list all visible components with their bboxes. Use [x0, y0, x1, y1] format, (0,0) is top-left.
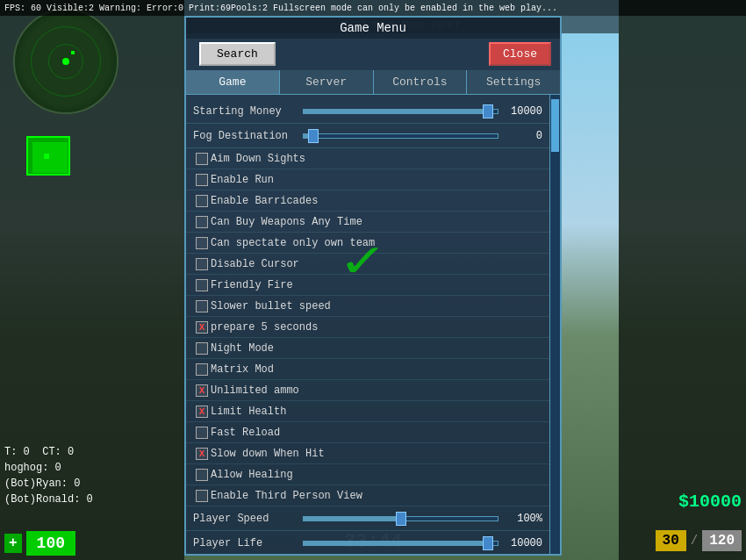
checkbox-5[interactable] [196, 216, 208, 228]
checkbox-12[interactable] [196, 363, 208, 376]
tab-settings[interactable]: Settings [467, 70, 560, 94]
checkbox-cell-6 [193, 237, 211, 249]
checkbox-cell-16: X [193, 448, 211, 460]
setting-row-3: Enable Run [186, 169, 549, 190]
slider-label-0: Starting Money [193, 105, 298, 118]
setting-label-18: Enable Third Person View [211, 490, 542, 502]
setting-label-17: Allow Healing [211, 469, 542, 481]
setting-row-16: XSlow down When Hit [186, 443, 549, 464]
setting-label-4: Enable Barricades [211, 195, 542, 207]
slider-thumb-0[interactable] [483, 104, 493, 118]
checkbox-18[interactable] [196, 490, 208, 502]
slider-thumb-19[interactable] [396, 512, 406, 526]
checkbox-3[interactable] [196, 174, 208, 186]
setting-row-4: Enable Barricades [186, 190, 549, 212]
slider-value-0: 10000 [503, 105, 542, 118]
radar-enemy-dot [71, 51, 75, 54]
setting-row-18: Enable Third Person View [186, 485, 549, 506]
setting-label-10: prepare 5 seconds [211, 321, 542, 334]
checkbox-7[interactable] [196, 258, 208, 270]
tab-controls[interactable]: Controls [374, 70, 468, 94]
checkbox-cell-17 [193, 469, 211, 481]
slider-label-19: Player Speed [193, 513, 298, 525]
setting-row-2: Aim Down Sights [186, 148, 549, 169]
checkbox-14[interactable]: X [196, 406, 208, 418]
green-box-icon [26, 136, 70, 176]
slider-track-1[interactable] [303, 133, 499, 139]
checkbox-cell-2 [193, 153, 211, 165]
slider-track-0[interactable] [303, 109, 499, 114]
ammo-current: 30 [656, 530, 686, 551]
checkbox-6[interactable] [196, 237, 208, 249]
settings-area: Starting Money10000Fog Destination0Aim D… [186, 95, 549, 554]
tab-game[interactable]: Game [186, 70, 280, 94]
setting-label-13: Unlimited ammo [211, 384, 542, 397]
search-button[interactable]: Search [199, 42, 276, 66]
checkbox-cell-13: X [193, 384, 211, 397]
slider-track-19[interactable] [303, 516, 499, 521]
checkbox-cell-8 [193, 279, 211, 291]
slider-row-20: Player Life10000 [186, 531, 549, 554]
close-button[interactable]: Close [489, 42, 551, 66]
ammo-separator: / [691, 534, 698, 548]
setting-label-15: Fast Reload [211, 427, 542, 439]
slider-row-0: Starting Money10000 [186, 99, 549, 124]
checkbox-cell-11 [193, 342, 211, 355]
setting-row-9: Slower bullet speed [186, 296, 549, 317]
right-panel: $10000 30 / 120 [619, 0, 746, 560]
slider-thumb-1[interactable] [308, 129, 319, 143]
checkbox-13[interactable]: X [196, 384, 208, 397]
checkbox-cell-15 [193, 427, 211, 439]
checkbox-16[interactable]: X [196, 448, 208, 460]
checkbox-9[interactable] [196, 300, 208, 312]
setting-label-12: Matrix Mod [211, 363, 542, 376]
ammo-display: 30 / 120 [656, 530, 742, 551]
scrollbar[interactable] [549, 95, 560, 554]
radar [13, 9, 118, 114]
slider-label-20: Player Life [193, 537, 298, 549]
left-panel: T: 0 CT: 0 hoghog: 0 (Bot)Ryan: 0 (Bot)R… [0, 0, 184, 560]
setting-label-5: Can Buy Weapons Any Time [211, 216, 542, 228]
slider-row-1: Fog Destination0 [186, 124, 549, 148]
setting-label-14: Limit Health [211, 406, 542, 418]
setting-row-11: Night Mode [186, 338, 549, 359]
status-text: FPS: 60 Visible:2 Warning: Error:0 Print… [4, 4, 557, 13]
checkbox-cell-7 [193, 258, 211, 270]
slider-row-19: Player Speed100% [186, 506, 549, 531]
checkbox-cell-5 [193, 216, 211, 228]
tab-bar: Game Server Controls Settings [186, 70, 560, 95]
setting-label-2: Aim Down Sights [211, 153, 542, 165]
t-score: T: 0 CT: 0 [4, 444, 93, 460]
checkbox-10[interactable]: X [196, 321, 208, 334]
checkbox-cell-10: X [193, 321, 211, 334]
player3-score: (Bot)Ronald: 0 [4, 492, 93, 507]
setting-row-14: XLimit Health [186, 401, 549, 422]
green-box-inner [32, 142, 68, 173]
checkbox-cell-4 [193, 195, 211, 207]
scrollbar-thumb[interactable] [551, 99, 559, 152]
radar-player-dot [62, 58, 69, 65]
checkbox-cell-9 [193, 300, 211, 312]
checkbox-15[interactable] [196, 427, 208, 439]
slider-fill-19 [304, 517, 401, 521]
tab-server[interactable]: Server [280, 70, 374, 94]
setting-label-11: Night Mode [211, 342, 542, 355]
slider-label-1: Fog Destination [193, 130, 298, 142]
setting-row-17: Allow Healing [186, 464, 549, 485]
slider-value-19: 100% [503, 513, 542, 525]
checkbox-11[interactable] [196, 342, 208, 355]
slider-value-20: 10000 [503, 537, 542, 549]
green-box-dot [44, 154, 49, 159]
setting-row-10: Xprepare 5 seconds [186, 317, 549, 338]
checkbox-4[interactable] [196, 195, 208, 207]
slider-thumb-20[interactable] [483, 536, 493, 550]
checkbox-2[interactable] [196, 153, 208, 165]
hud-scores: T: 0 CT: 0 hoghog: 0 (Bot)Ryan: 0 (Bot)R… [4, 444, 93, 507]
checkbox-cell-18 [193, 490, 211, 502]
green-checkmark: ✓ [342, 228, 384, 293]
slider-track-20[interactable] [303, 541, 499, 546]
checkbox-8[interactable] [196, 279, 208, 291]
dialog-title: Game Menu [186, 18, 560, 39]
player2-score: (Bot)Ryan: 0 [4, 476, 93, 492]
checkbox-17[interactable] [196, 469, 208, 481]
